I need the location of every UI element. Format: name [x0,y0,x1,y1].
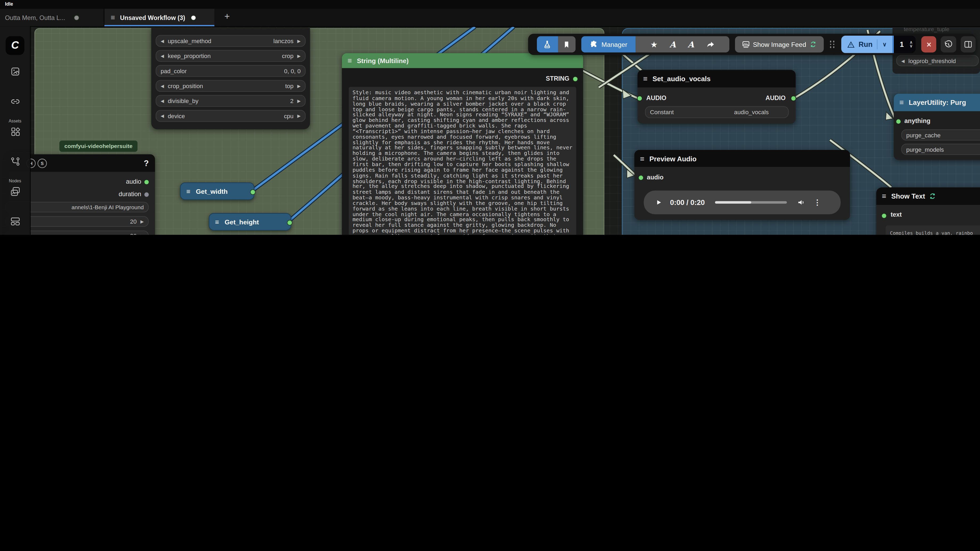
share-icon[interactable] [706,40,715,49]
run-options-chevron-icon[interactable]: ∨ [877,40,887,49]
input-output-icon [10,186,20,197]
volume-icon[interactable] [797,198,805,207]
increment-arrow-icon[interactable]: ▶ [297,114,301,118]
increment-arrow-icon[interactable]: ▶ [297,84,301,88]
input-anything-dot[interactable] [896,119,901,124]
drag-handle[interactable] [830,41,835,48]
workflow-tab-outta-mem[interactable]: Outta Mem, Outta L... [0,9,104,26]
run-button[interactable]: Run ∨ [841,36,892,53]
set-audio-vocals-node[interactable]: ≡ Set_audio_vocals AUDIO AUDIO Constant … [638,70,796,124]
output-audio-dot[interactable] [144,179,150,185]
widget-constant[interactable]: Constant audio_vocals [645,106,789,118]
collapse-icon[interactable]: ≡ [643,75,648,83]
widget-keep-proportion[interactable]: ◀ keep_proportion crop ▶ [156,50,305,62]
workflow-tab-unsaved[interactable]: ≡ Unsaved Workflow (3) [104,9,215,26]
widget-divisible-by[interactable]: ◀ divisible_by 2 ▶ [156,95,305,107]
collapse-icon[interactable]: ≡ [882,192,886,200]
decrement-arrow-icon[interactable]: ◀ [161,114,164,118]
manager-label: Manager [601,41,627,48]
collapse-icon[interactable]: ≡ [640,155,644,162]
collapse-icon[interactable]: ≡ [347,57,352,64]
refresh-icon[interactable] [929,192,936,200]
widget-value: 20 [130,218,137,225]
get-width-node[interactable]: ≡ Get_width [180,182,254,200]
sidebar-item-assets[interactable]: Assets [0,66,30,77]
show-text-node[interactable]: ≡ Show Text text Compiles builds a van, … [876,187,980,235]
output-audio-dot[interactable] [791,95,796,101]
widget-device[interactable]: ◀ device cpu ▶ [156,110,305,122]
new-tab-button[interactable]: + [224,11,230,21]
widget-value: 20 [130,232,137,235]
vhs-load-audio-node[interactable]: H S ? audio duration annels\1-Benji AI P… [9,154,155,235]
increment-arrow-icon[interactable]: ▶ [140,219,144,224]
output-dot[interactable] [287,220,293,225]
output-string-dot[interactable] [573,76,578,82]
decrement-arrow-icon[interactable]: ◀ [161,54,164,58]
increment-arrow-icon[interactable]: ▶ [297,99,301,103]
beta-flask-button[interactable] [537,36,558,52]
step-down-icon[interactable]: ∨ [910,44,913,48]
play-icon[interactable] [655,198,663,206]
cancel-run-button[interactable]: × [921,36,937,52]
increment-arrow-icon[interactable]: ▶ [140,234,144,235]
input-audio-dot[interactable] [638,175,644,181]
comfyui-logo[interactable]: C [6,36,24,55]
status-text: Idle [5,2,13,7]
prompt-textarea[interactable]: Style: music video aesthetic with cinema… [349,87,576,235]
preview-audio-player[interactable]: 0:00 / 0:20 ⋮ [644,191,840,214]
increment-arrow-icon[interactable]: ▶ [297,54,301,58]
player-progress[interactable] [715,201,787,203]
widget-purge-models[interactable]: purge_models [901,144,980,155]
batch-count-stepper[interactable]: 1 ∧∨ [892,36,916,53]
sidebar-item-templates[interactable]: Templates [0,216,30,227]
node-help-icon[interactable]: ? [144,158,149,168]
image-resize-node[interactable]: ◀ upscale_method lanczos ▶ ◀ keep_propor… [151,28,310,129]
badge-s-icon[interactable]: S [38,158,47,168]
preview-audio-node[interactable]: ≡ Preview Audio audio 0:00 / 0:20 ⋮ [634,150,850,220]
sidebar-item-workflows[interactable]: Workflows [0,156,30,167]
image-feed-icon [741,40,750,48]
sidebar-item-nodes[interactable]: Nodes [0,96,30,107]
collapse-icon[interactable]: ≡ [899,99,904,106]
input-audio-dot[interactable] [637,95,643,101]
bookmark-button[interactable] [558,36,576,52]
show-text-area[interactable]: Compiles builds a van, rainbo Hypocrite,… [886,225,980,235]
output-dot[interactable] [250,189,256,195]
sidebar-item-input-output[interactable]: put & Outpu [0,186,30,197]
pysssss-button-group: ★ A A [636,36,729,52]
sidebar-item-models[interactable]: Models [0,126,30,137]
player-menu-icon[interactable]: ⋮ [813,198,821,207]
widget-name: purge_models [906,146,944,153]
logprob-threshold-widget[interactable]: ◀ logprob_threshold [896,55,979,66]
font-a-icon[interactable]: A [688,40,694,49]
collapse-icon[interactable]: ≡ [186,187,190,195]
output-text-dot[interactable] [881,213,887,219]
widget-value: top [285,83,293,89]
widget-purge-cache[interactable]: purge_cache [901,129,980,141]
increment-arrow-icon[interactable]: ▶ [297,39,301,43]
manager-button[interactable]: Manager [581,36,636,52]
models-icon [10,126,20,137]
widget-pad-color[interactable]: pad_color 0, 0, 0 [156,65,305,77]
font-a-icon[interactable]: A [670,40,676,49]
get-height-node[interactable]: ≡ Get_height [209,213,291,230]
string-multiline-node[interactable]: ≡ String (Multiline) STRING Style: music… [342,53,583,235]
panel-toggle-button[interactable] [961,36,976,52]
widget-value: cpu [284,112,293,119]
decrement-arrow-icon[interactable]: ◀ [161,99,164,103]
widget-upscale-method[interactable]: ◀ upscale_method lanczos ▶ [156,35,305,47]
node-title: Get_width [196,187,228,195]
history-button[interactable] [941,36,956,52]
layer-utility-purge-node[interactable]: ≡ LayerUtility: Purg anything purge_cach… [894,94,980,160]
widget-crop-position[interactable]: ◀ crop_position top ▶ [156,80,305,92]
star-icon[interactable]: ★ [650,40,657,49]
decrement-arrow-icon[interactable]: ◀ [901,58,905,62]
collapse-icon[interactable]: ≡ [215,218,219,225]
tab-menu-icon[interactable]: ≡ [110,14,115,21]
widget-name: divisible_by [168,97,199,104]
output-duration-dot[interactable] [144,192,150,197]
show-image-feed-button[interactable]: Show Image Feed [735,36,823,52]
decrement-arrow-icon[interactable]: ◀ [161,39,164,43]
input-audio-label: AUDIO [646,94,667,101]
decrement-arrow-icon[interactable]: ◀ [161,84,164,88]
